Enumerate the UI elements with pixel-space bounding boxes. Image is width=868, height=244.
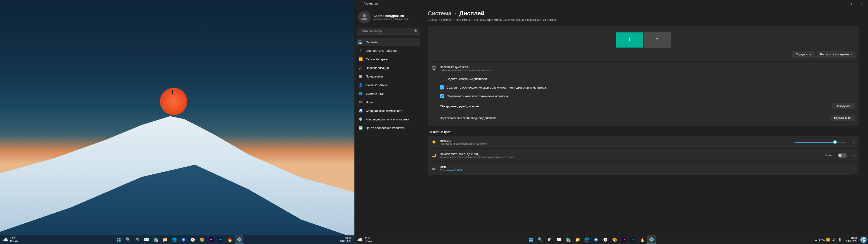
multiple-displays-header[interactable]: 🖥️ Несколько дисплеев Выберите режим пре… [428, 62, 859, 74]
svg-point-18 [595, 239, 597, 241]
svg-point-5 [183, 239, 184, 241]
night-light-card[interactable]: 🌙 Ночной свет (выкл. до 20:31) Использов… [428, 149, 859, 161]
app-icon-1[interactable]: 🎨 [198, 236, 206, 244]
system-icon: 🖥️ [359, 40, 363, 44]
mail-icon[interactable]: ✉️ [142, 236, 151, 244]
clock[interactable]: 18:51 03.08.2022 [843, 237, 859, 243]
app-icon-2[interactable]: 🔥 [638, 236, 647, 244]
row-remember-layout[interactable]: ✓Сохранять расположение окон в зависимос… [440, 83, 855, 92]
checkbox-checked-icon[interactable]: ✓ [440, 94, 444, 98]
yandex-icon[interactable]: Y [188, 236, 197, 244]
connect-button[interactable]: Подключение [831, 115, 855, 121]
shield-icon: 🛡️ [359, 117, 363, 121]
sidebar-item-accessibility[interactable]: ♿Специальные возможности [356, 106, 421, 115]
search-icon[interactable]: 🔍 [536, 236, 545, 244]
settings-icon[interactable]: ⚙️ [647, 236, 656, 244]
sidebar-item-bluetooth[interactable]: ᛒBluetooth и устройства [356, 47, 421, 55]
identify-button[interactable]: Определить [792, 51, 815, 58]
weather-widget[interactable]: ☁️ 23°C Cloudy [354, 237, 375, 242]
sidebar-item-network[interactable]: 📶Сеть и Интернет [356, 55, 421, 63]
chevron-down-icon[interactable]: ⌄ [853, 141, 855, 144]
svg-text:Y: Y [604, 238, 606, 241]
brightness-slider[interactable] [795, 142, 846, 143]
weather-widget[interactable]: ☁️ 23°C Cloudy [0, 237, 21, 242]
sidebar-item-time-language[interactable]: 🌐Время и язык [356, 89, 421, 98]
edge-icon[interactable]: 🌐 [170, 236, 179, 244]
network-icon[interactable]: 📶 [825, 236, 831, 243]
slider-thumb[interactable] [833, 140, 837, 144]
search-input[interactable] [357, 28, 420, 35]
battery-icon[interactable]: 🔋 [837, 236, 842, 243]
chrome-icon[interactable] [592, 236, 600, 244]
sidebar-item-update[interactable]: 🔄Центр обновления Windows [356, 124, 421, 132]
globe-icon: 🌐 [359, 92, 363, 96]
svg-rect-13 [529, 238, 531, 240]
start-button[interactable] [114, 236, 123, 244]
clock[interactable]: 18:51 03.08.2022 [337, 237, 353, 243]
breadcrumb-parent[interactable]: Система [428, 10, 452, 17]
wallpaper-sun [160, 88, 187, 115]
monitor-layout[interactable]: 1 2 [431, 32, 855, 48]
minimize-button[interactable]: ― [835, 0, 845, 7]
store-icon[interactable]: 🛍️ [564, 236, 572, 244]
extend-dropdown[interactable]: Расширить эти экраны▾ [817, 51, 855, 58]
notification-center-icon[interactable]: 💬 [860, 237, 867, 243]
search-icon[interactable]: 🔍 [124, 236, 132, 244]
sidebar-item-label: Bluetooth и устройства [366, 49, 397, 53]
app-icon-1[interactable]: 🎨 [610, 236, 619, 244]
user-block[interactable]: Сергей Кондратьев sergeykondratev24@gmai… [356, 9, 421, 27]
photoshop-icon[interactable]: Ps [629, 236, 638, 244]
volume-icon[interactable]: 🔊 [831, 236, 837, 243]
app-icon-2[interactable]: 🔥 [225, 236, 234, 244]
row-make-primary[interactable]: Сделать основным дисплеем [440, 74, 855, 83]
bluetooth-icon: ᛒ [359, 49, 363, 53]
night-light-row: 🌙 Ночной свет (выкл. до 20:31) Использов… [428, 149, 859, 161]
section-title: HDR [440, 165, 850, 169]
chevron-right-icon[interactable]: › [854, 167, 855, 170]
explorer-icon[interactable]: 📁 [573, 236, 582, 244]
sidebar-item-label: Приложения [366, 75, 383, 78]
night-light-toggle[interactable] [838, 153, 847, 158]
row-minimize-on-disconnect[interactable]: ✓Сворачивать окна при отключении монитор… [440, 92, 855, 100]
language-indicator[interactable]: РУС [819, 236, 825, 243]
settings-icon[interactable]: ⚙️ [235, 236, 243, 244]
edge-icon[interactable]: 🌐 [583, 236, 591, 244]
back-button[interactable]: ← [357, 2, 362, 5]
svg-rect-14 [531, 238, 533, 240]
yandex-icon[interactable]: Y [601, 236, 610, 244]
onedrive-icon[interactable]: ☁ [813, 236, 819, 243]
hdr-card[interactable]: ▭ HDR Подробнее об HDR › [428, 162, 859, 175]
chevron-up-icon[interactable]: ⌃ [808, 236, 813, 243]
gamepad-icon: 🎮 [359, 100, 363, 104]
mail-icon[interactable]: ✉️ [555, 236, 563, 244]
search-icon: 🔍 [414, 29, 418, 33]
sidebar-item-system[interactable]: 🖥️Система [356, 38, 421, 46]
explorer-icon[interactable]: 📁 [161, 236, 169, 244]
checkbox-icon[interactable] [440, 77, 444, 81]
chrome-icon[interactable] [179, 236, 188, 244]
hdr-link[interactable]: Подробнее об HDR [440, 169, 850, 172]
maximize-button[interactable]: ▢ [845, 0, 856, 7]
task-view-icon[interactable]: ⊞ [133, 236, 142, 244]
sidebar-item-accounts[interactable]: 👤Учетные записи [356, 81, 421, 89]
system-tray: ⌃ ☁ РУС 📶 🔊 🔋 18:51 03.08.2022 💬 [808, 236, 868, 243]
start-button[interactable] [527, 236, 535, 244]
section-sub: Настройка яркости встроенного дисплея [440, 142, 791, 145]
taskbar-center: 🔍 ⊞ ✉️ 🛍️ 📁 🌐 Y 🎨 Pr Ps 🔥 ⚙️ [375, 236, 808, 244]
sidebar-item-personalization[interactable]: 🖌️Персонализация [356, 64, 421, 72]
monitor-box-1[interactable]: 1 [616, 32, 643, 48]
premiere-icon[interactable]: Pr [620, 236, 628, 244]
task-view-icon[interactable]: ⊞ [546, 236, 554, 244]
sidebar-item-privacy[interactable]: 🛡️Конфиденциальность и защита [356, 115, 421, 123]
sidebar-item-apps[interactable]: ▦Приложения [356, 72, 421, 81]
photoshop-icon[interactable]: Ps [216, 236, 225, 244]
sidebar-item-gaming[interactable]: 🎮Игры [356, 98, 421, 106]
store-icon[interactable]: 🛍️ [151, 236, 160, 244]
svg-rect-3 [119, 240, 121, 242]
monitor-box-2[interactable]: 2 [644, 32, 671, 48]
chevron-right-icon[interactable]: › [854, 154, 855, 157]
close-button[interactable]: ✕ [856, 0, 866, 7]
checkbox-checked-icon[interactable]: ✓ [440, 85, 444, 89]
premiere-icon[interactable]: Pr [207, 236, 216, 244]
detect-button[interactable]: Обнаружить [832, 103, 855, 109]
